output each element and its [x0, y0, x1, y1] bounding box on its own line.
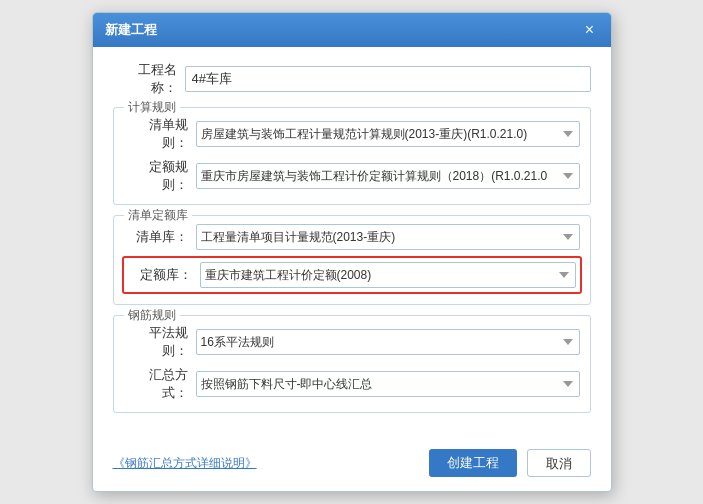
dialog-title: 新建工程 [105, 21, 157, 39]
list-rule-select[interactable]: 房屋建筑与装饰工程计量规范计算规则(2013-重庆)(R1.0.21.0) [196, 121, 580, 147]
quota-rule-label: 定额规则： [124, 158, 196, 194]
quota-lib-highlighted: 定额库： 重庆市建筑工程计价定额(2008) [122, 256, 582, 294]
dialog-header: 新建工程 × [93, 13, 611, 47]
dialog-footer: 《钢筋汇总方式详细说明》 创建工程 取消 [93, 439, 611, 491]
summary-label: 汇总方式： [124, 366, 196, 402]
close-button[interactable]: × [581, 21, 599, 39]
list-rule-label: 清单规则： [124, 116, 196, 152]
rebar-rules-label: 钢筋规则 [124, 307, 180, 324]
quota-lib-select[interactable]: 重庆市建筑工程计价定额(2008) [200, 262, 576, 288]
list-lib-row: 清单库： 工程量清单项目计量规范(2013-重庆) [124, 224, 580, 250]
quota-lib-row: 定额库： 重庆市建筑工程计价定额(2008) [124, 260, 580, 290]
footer-buttons: 创建工程 取消 [429, 449, 591, 477]
summary-row: 汇总方式： 按照钢筋下料尺寸-即中心线汇总 [124, 366, 580, 402]
new-project-dialog: 新建工程 × 工程名称： 计算规则 清单规则： 房屋建筑与装饰工程计量规范计算规… [92, 12, 612, 492]
quota-library-label: 清单定额库 [124, 207, 192, 224]
summary-select[interactable]: 按照钢筋下料尺寸-即中心线汇总 [196, 371, 580, 397]
project-name-row: 工程名称： [113, 61, 591, 97]
quota-library-section: 清单定额库 清单库： 工程量清单项目计量规范(2013-重庆) 定额库： 重庆市… [113, 215, 591, 305]
list-rule-row: 清单规则： 房屋建筑与装饰工程计量规范计算规则(2013-重庆)(R1.0.21… [124, 116, 580, 152]
rebar-summary-link[interactable]: 《钢筋汇总方式详细说明》 [113, 455, 257, 472]
create-project-button[interactable]: 创建工程 [429, 449, 517, 477]
calc-rules-label: 计算规则 [124, 99, 180, 116]
quota-lib-label: 定额库： [128, 266, 200, 284]
calc-rules-section: 计算规则 清单规则： 房屋建筑与装饰工程计量规范计算规则(2013-重庆)(R1… [113, 107, 591, 205]
cancel-button[interactable]: 取消 [527, 449, 591, 477]
list-lib-select[interactable]: 工程量清单项目计量规范(2013-重庆) [196, 224, 580, 250]
quota-rule-row: 定额规则： 重庆市房屋建筑与装饰工程计价定额计算规则（2018）(R1.0.21… [124, 158, 580, 194]
dialog-body: 工程名称： 计算规则 清单规则： 房屋建筑与装饰工程计量规范计算规则(2013-… [93, 47, 611, 439]
project-name-label: 工程名称： [113, 61, 185, 97]
rebar-rules-section: 钢筋规则 平法规则： 16系平法规则 汇总方式： 按照钢筋下料尺寸-即中心线汇总 [113, 315, 591, 413]
list-lib-label: 清单库： [124, 228, 196, 246]
flat-rule-label: 平法规则： [124, 324, 196, 360]
quota-rule-select[interactable]: 重庆市房屋建筑与装饰工程计价定额计算规则（2018）(R1.0.21.0 [196, 163, 580, 189]
flat-rule-select[interactable]: 16系平法规则 [196, 329, 580, 355]
project-name-input[interactable] [185, 66, 591, 92]
flat-rule-row: 平法规则： 16系平法规则 [124, 324, 580, 360]
